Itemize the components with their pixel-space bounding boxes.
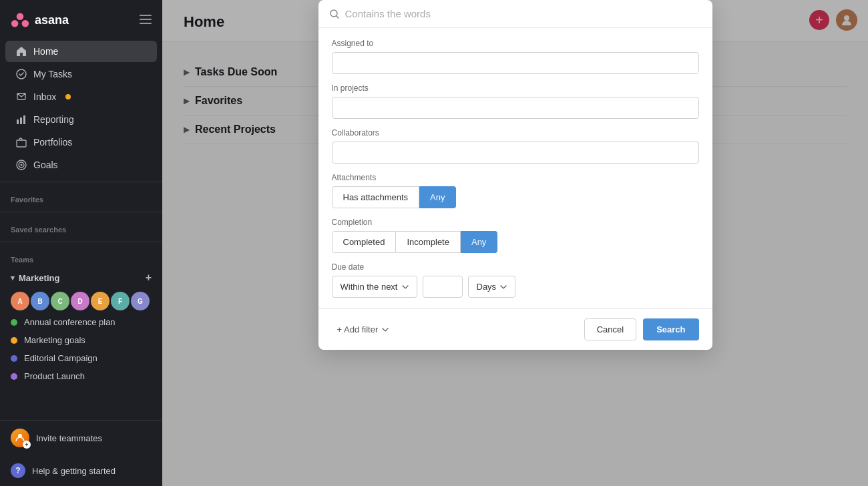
sidebar-item-inbox[interactable]: Inbox — [5, 86, 157, 107]
search-panel: Assigned to In projects Collaborators At… — [318, 0, 712, 350]
sidebar-item-reporting-label: Reporting — [33, 114, 74, 125]
help-label: Help & getting started — [32, 466, 116, 476]
attachments-has-btn[interactable]: Has attachments — [332, 186, 420, 208]
sidebar-item-home[interactable]: Home — [5, 41, 157, 62]
main-content: + Home ▶ Tasks Due Soon ▶ Favorites ▶ Re… — [162, 0, 868, 486]
completion-completed-btn[interactable]: Completed — [332, 231, 397, 253]
due-date-unit-value: Days — [477, 282, 497, 292]
completion-toggle-group: Completed Incomplete Any — [332, 231, 699, 253]
favorites-section-label: Favorites — [0, 188, 162, 206]
svg-point-13 — [21, 164, 23, 166]
divider-1 — [0, 182, 162, 182]
avatar-1: A — [11, 292, 29, 310]
avatar-2: B — [31, 292, 49, 310]
svg-rect-8 — [20, 117, 22, 124]
teams-label: Teams — [0, 248, 162, 266]
sidebar-item-home-label: Home — [33, 46, 58, 57]
project-label-2: Marketing goals — [24, 335, 85, 345]
svg-rect-7 — [17, 119, 19, 124]
project-marketing-goals[interactable]: Marketing goals — [0, 331, 162, 349]
assigned-to-input[interactable] — [332, 52, 699, 74]
due-date-label: Due date — [332, 262, 699, 272]
search-footer: + Add filter Cancel Search — [318, 308, 712, 350]
add-filter-button[interactable]: + Add filter — [332, 320, 395, 338]
avatar-6: F — [111, 292, 130, 310]
assigned-to-label: Assigned to — [332, 39, 699, 48]
avatar-4: D — [71, 292, 89, 310]
svg-point-0 — [17, 13, 24, 21]
in-projects-input[interactable] — [332, 97, 699, 119]
sidebar-item-portfolios[interactable]: Portfolios — [5, 132, 157, 153]
due-date-type-value: Within the next — [341, 282, 398, 292]
search-overlay: Assigned to In projects Collaborators At… — [162, 0, 868, 486]
invite-plus-badge: + — [23, 441, 31, 449]
sidebar-item-my-tasks-label: My Tasks — [33, 69, 72, 79]
footer-actions: Cancel Search — [584, 318, 699, 340]
search-filters: Assigned to In projects Collaborators At… — [318, 28, 712, 308]
svg-rect-10 — [17, 140, 26, 147]
project-product-launch[interactable]: Product Launch — [0, 367, 162, 385]
chevron-down-icon-1 — [402, 285, 409, 289]
sidebar-item-my-tasks[interactable]: My Tasks — [5, 63, 157, 85]
sidebar-item-reporting[interactable]: Reporting — [5, 109, 157, 130]
svg-point-2 — [22, 20, 29, 27]
svg-rect-3 — [140, 15, 152, 16]
project-label-3: Editorial Campaign — [24, 353, 97, 363]
completion-incomplete-btn[interactable]: Incomplete — [396, 231, 461, 253]
sidebar: asana Home My Tasks Inbox Reporting Port… — [0, 0, 162, 486]
sidebar-item-goals[interactable]: Goals — [5, 154, 157, 176]
svg-point-1 — [11, 20, 19, 27]
attachments-label: Attachments — [332, 173, 699, 182]
team-marketing-header[interactable]: ▾ Marketing + — [0, 266, 162, 289]
sidebar-item-goals-label: Goals — [33, 160, 58, 170]
avatar-7: G — [131, 292, 150, 310]
project-dot-4 — [11, 373, 17, 380]
search-submit-button[interactable]: Search — [643, 318, 698, 340]
project-label-1: Annual conference plan — [24, 317, 116, 327]
sidebar-item-portfolios-label: Portfolios — [33, 137, 72, 148]
completion-label: Completion — [332, 218, 699, 227]
attachments-any-btn[interactable]: Any — [419, 186, 456, 208]
project-label-4: Product Launch — [24, 371, 85, 381]
sidebar-item-inbox-label: Inbox — [33, 91, 56, 102]
sidebar-header: asana — [0, 0, 162, 40]
saved-searches-label: Saved searches — [0, 218, 162, 236]
svg-rect-5 — [140, 23, 152, 24]
search-icon — [329, 9, 340, 19]
completion-any-btn[interactable]: Any — [461, 231, 497, 253]
team-avatars: A B C D E F G — [0, 289, 162, 313]
project-annual-conference[interactable]: Annual conference plan — [0, 313, 162, 331]
invite-avatar: + — [11, 429, 29, 447]
collaborators-input[interactable] — [332, 142, 699, 164]
search-text-input[interactable] — [345, 8, 702, 19]
project-dot-2 — [11, 337, 17, 344]
project-dot-1 — [11, 319, 17, 326]
cancel-button[interactable]: Cancel — [584, 318, 636, 340]
search-input-row — [318, 0, 712, 28]
avatar-3: C — [51, 292, 69, 310]
attachments-toggle-group: Has attachments Any — [332, 186, 699, 208]
due-date-number-input[interactable] — [423, 276, 463, 298]
collaborators-label: Collaborators — [332, 128, 699, 138]
due-date-type-select[interactable]: Within the next — [332, 276, 417, 298]
help-item[interactable]: ? Help & getting started — [0, 455, 162, 486]
help-icon: ? — [11, 463, 25, 478]
team-collapse-icon: ▾ — [11, 274, 15, 282]
due-date-row: Within the next Days — [332, 276, 699, 298]
project-dot-3 — [11, 355, 17, 362]
sidebar-bottom: + Invite teammates ? Help & getting star… — [0, 420, 162, 486]
due-date-unit-select[interactable]: Days — [468, 276, 516, 298]
svg-rect-9 — [23, 115, 25, 124]
avatar-5: E — [91, 292, 110, 310]
team-name-row: ▾ Marketing — [11, 273, 59, 283]
logo-text: asana — [35, 13, 69, 27]
project-editorial-campaign[interactable]: Editorial Campaign — [0, 349, 162, 367]
chevron-down-icon-2 — [500, 285, 507, 289]
team-add-icon[interactable]: + — [146, 272, 152, 284]
hamburger-icon[interactable] — [140, 13, 152, 27]
invite-label: Invite teammates — [36, 433, 102, 443]
invite-teammates-item[interactable]: + Invite teammates — [0, 421, 162, 455]
add-filter-label: + Add filter — [337, 324, 379, 334]
team-name: Marketing — [19, 273, 59, 283]
asana-logo[interactable]: asana — [11, 11, 69, 29]
